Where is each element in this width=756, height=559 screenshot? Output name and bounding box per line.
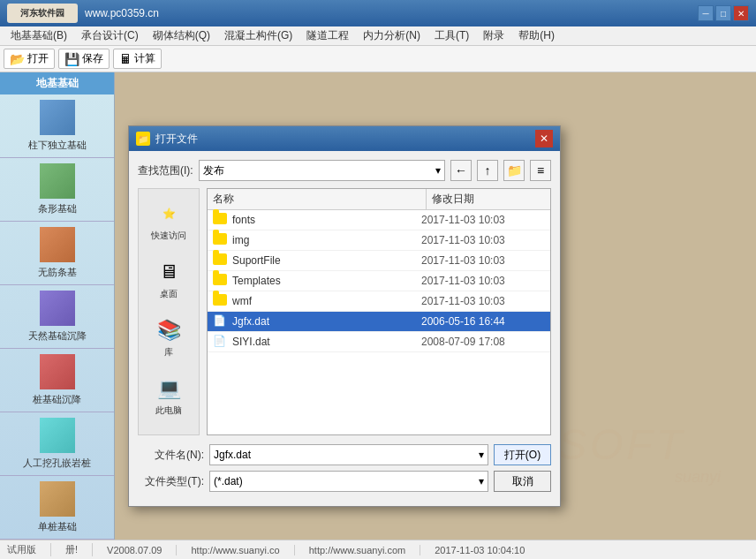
col-name-header: 名称 <box>208 189 427 209</box>
nav-up-btn[interactable]: ↑ <box>477 160 498 181</box>
file-row-jgfx[interactable]: 📄 Jgfx.dat 2006-05-16 16:44 <box>208 312 550 332</box>
menu-bearing[interactable]: 承台设计(C) <box>74 26 146 45</box>
qa-item-recent[interactable]: ⭐ 快速访问 <box>142 196 195 246</box>
network-icon: 🌐 <box>155 433 183 435</box>
sidebar-item-manual[interactable]: 人工挖孔嵌岩桩 <box>0 412 114 476</box>
status-datetime: 2017-11-03 10:04:10 <box>435 545 525 555</box>
file-list-header: 名称 修改日期 <box>208 189 550 210</box>
status-url1[interactable]: http://www.suanyi.co <box>191 545 294 555</box>
filename-value: Jgfx.dat <box>214 449 251 461</box>
save-button[interactable]: 💾 保存 <box>58 49 110 69</box>
sidebar: 地基基础 柱下独立基础 条形基础 无筋条基 天然基础沉降 桩基础沉降 <box>0 72 115 540</box>
qa-item-computer[interactable]: 💻 此电脑 <box>142 371 195 420</box>
title-bar: 河东软件园 www.pc0359.cn ─ □ ✕ <box>0 0 756 26</box>
filetype-dropdown-icon: ▾ <box>479 475 484 487</box>
filename-row: 文件名(N): Jgfx.dat ▾ 打开(O) <box>138 444 551 465</box>
filename-input[interactable]: Jgfx.dat ▾ <box>209 444 488 465</box>
file-name-img: img <box>232 234 421 246</box>
folder-icon-suportfile <box>213 253 227 268</box>
qa-item-network[interactable]: 🌐 网络 <box>142 429 195 435</box>
menu-masonry[interactable]: 砌体结构(Q) <box>146 26 217 45</box>
library-icon: 📚 <box>155 316 183 344</box>
file-date-img: 2017-11-03 10:03 <box>421 234 545 246</box>
menu-appendix[interactable]: 附录 <box>476 26 511 45</box>
title-text: www.pc0359.cn <box>85 7 698 19</box>
main-content: 地基基础 柱下独立基础 条形基础 无筋条基 天然基础沉降 桩基础沉降 <box>0 72 756 540</box>
recent-icon: ⭐ <box>155 200 183 228</box>
recent-label: 快速访问 <box>151 230 186 242</box>
qa-item-library[interactable]: 📚 库 <box>142 313 195 362</box>
cancel-file-btn[interactable]: 取消 <box>494 471 551 492</box>
file-date-templates: 2017-11-03 10:03 <box>421 275 545 287</box>
file-row-siyi[interactable]: 📄 SIYI.dat 2008-07-09 17:08 <box>208 332 550 352</box>
sidebar-item-natural[interactable]: 天然基础沉降 <box>0 285 114 349</box>
file-row-wmf[interactable]: wmf 2017-11-03 10:03 <box>208 291 550 312</box>
location-value: 发布 <box>203 163 224 178</box>
folder-icon-fonts <box>213 213 227 227</box>
calc-label: 计算 <box>134 51 155 66</box>
file-name-wmf: wmf <box>232 295 421 307</box>
close-btn[interactable]: ✕ <box>733 5 749 21</box>
folder-icon-wmf <box>213 294 227 308</box>
file-name-templates: Templates <box>232 275 421 287</box>
desktop-label: 桌面 <box>160 288 178 300</box>
status-register: 册! <box>65 543 93 556</box>
dialog-body: 查找范围(I): 发布 ▾ ← ↑ 📁 ≡ ⭐ <box>129 151 560 506</box>
app-logo: 河东软件园 <box>7 4 78 23</box>
library-label: 库 <box>164 346 173 359</box>
location-dropdown-icon: ▾ <box>435 164 441 177</box>
nav-view-btn[interactable]: ≡ <box>530 160 551 181</box>
filetype-input[interactable]: (*.dat) ▾ <box>209 471 488 492</box>
nav-folder-btn[interactable]: 📁 <box>503 160 525 181</box>
sidebar-item-no-rib[interactable]: 无筋条基 <box>0 222 114 285</box>
sidebar-item-pile[interactable]: 桩基础沉降 <box>0 349 114 412</box>
single-icon <box>40 481 75 517</box>
open-file-btn[interactable]: 打开(O) <box>494 444 551 465</box>
calc-button[interactable]: 🖩 计算 <box>113 49 162 69</box>
quick-access-panel: ⭐ 快速访问 🖥 桌面 📚 库 💻 此电脑 <box>138 188 200 435</box>
folder-icon-templates <box>213 274 227 288</box>
menu-foundations[interactable]: 地基基础(B) <box>4 26 74 45</box>
save-label: 保存 <box>82 51 103 66</box>
watermark-sub: suanyi <box>675 468 721 487</box>
file-date-siyi: 2008-07-09 17:08 <box>421 336 545 348</box>
filename-dropdown-icon: ▾ <box>479 449 484 461</box>
computer-icon: 💻 <box>155 374 183 403</box>
menu-tools[interactable]: 工具(T) <box>427 26 476 45</box>
menu-help[interactable]: 帮助(H) <box>511 26 562 45</box>
location-select[interactable]: 发布 ▾ <box>199 160 445 181</box>
file-icon-siyi: 📄 <box>213 335 227 349</box>
filetype-value: (*.dat) <box>214 475 243 487</box>
minimize-btn[interactable]: ─ <box>698 5 714 21</box>
dialog-title-icon: 📁 <box>136 132 150 146</box>
maximize-btn[interactable]: □ <box>715 5 731 21</box>
filename-label: 文件名(N): <box>138 448 204 463</box>
file-row-fonts[interactable]: fonts 2017-11-03 10:03 <box>208 210 550 230</box>
no-rib-label: 无筋条基 <box>38 266 77 279</box>
col-date-header: 修改日期 <box>427 189 550 209</box>
file-date-fonts: 2017-11-03 10:03 <box>421 214 545 226</box>
file-row-img[interactable]: img 2017-11-03 10:03 <box>208 230 550 251</box>
open-button[interactable]: 📂 打开 <box>4 49 55 69</box>
file-row-templates[interactable]: Templates 2017-11-03 10:03 <box>208 271 550 291</box>
natural-icon <box>40 291 75 326</box>
menu-tunnel[interactable]: 隧道工程 <box>299 26 356 45</box>
single-label: 单桩基础 <box>38 520 77 533</box>
file-open-dialog: 📁 打开文件 ✕ 查找范围(I): 发布 ▾ ← ↑ 📁 ≡ <box>128 125 561 507</box>
file-row-suportfile[interactable]: SuportFile 2017-11-03 10:03 <box>208 251 550 271</box>
file-date-jgfx: 2006-05-16 16:44 <box>421 315 545 328</box>
qa-item-desktop[interactable]: 🖥 桌面 <box>142 254 195 304</box>
menu-force[interactable]: 内力分析(N) <box>356 26 427 45</box>
sidebar-item-strip[interactable]: 条形基础 <box>0 158 114 222</box>
computer-label: 此电脑 <box>155 404 182 417</box>
menu-concrete[interactable]: 混凝土构件(G) <box>217 26 299 45</box>
open-icon: 📂 <box>10 52 25 66</box>
sidebar-item-single[interactable]: 单桩基础 <box>0 476 114 540</box>
desktop-icon: 🖥 <box>155 258 183 286</box>
sidebar-item-pillar[interactable]: 柱下独立基础 <box>0 94 114 158</box>
window-controls: ─ □ ✕ <box>698 5 749 21</box>
dialog-close-btn[interactable]: ✕ <box>535 130 553 147</box>
nav-back-btn[interactable]: ← <box>450 160 472 181</box>
file-list-container: 名称 修改日期 fonts 2017-11-03 10:03 <box>207 188 551 435</box>
status-url2[interactable]: http://www.suanyi.com <box>309 545 420 555</box>
